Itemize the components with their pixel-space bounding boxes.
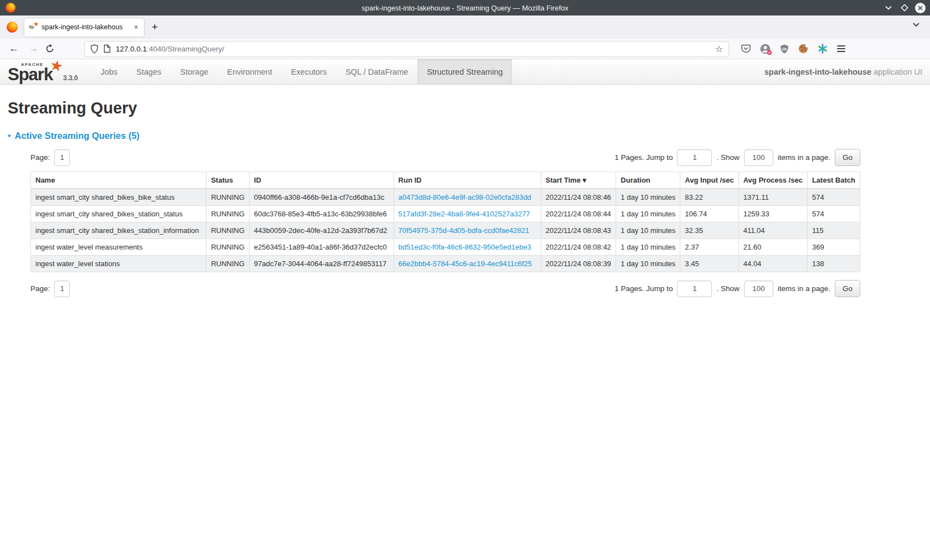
- table-row: ingest smart_city shared_bikes_station_i…: [31, 222, 860, 239]
- browser-toolbar: ← → 127.0.0.1:4040/StreamingQuery/ ☆ Uo: [0, 39, 930, 59]
- column-header-id[interactable]: ID: [249, 172, 394, 189]
- cookie-extension-icon[interactable]: [798, 44, 808, 54]
- cell-start-time: 2022/11/24 08:08:44: [541, 206, 616, 222]
- show-text: . Show: [716, 284, 739, 293]
- application-name: spark-ingest-into-lakehouse: [764, 68, 871, 76]
- back-icon[interactable]: ←: [6, 43, 22, 54]
- tab-close-icon[interactable]: ×: [133, 23, 140, 32]
- cell-avg-process: 411.04: [738, 222, 807, 239]
- column-header-start-time[interactable]: Start Time ▾: [541, 172, 616, 189]
- run-id-link[interactable]: a0473d8d-80e6-4e9f-ac98-02e0cfa283dd: [399, 193, 531, 201]
- list-tabs-chevron-icon[interactable]: [912, 22, 920, 27]
- items-per-page-input[interactable]: [744, 281, 773, 297]
- items-per-page-input[interactable]: [744, 149, 773, 166]
- cell-duration: 1 day 10 minutes: [616, 239, 680, 256]
- maximize-icon[interactable]: [899, 3, 910, 13]
- page-number-input[interactable]: [54, 281, 70, 297]
- spark-nav-stages[interactable]: Stages: [127, 59, 170, 84]
- go-button[interactable]: Go: [835, 280, 860, 297]
- active-queries-section: Page: 1 Pages. Jump to . Show items in a…: [30, 149, 860, 297]
- reload-icon[interactable]: [45, 44, 62, 53]
- jump-to-input[interactable]: [677, 281, 712, 297]
- run-id-link[interactable]: 70f54975-375d-4d05-bdfa-ccd0fae42821: [399, 226, 529, 235]
- column-header-status[interactable]: Status: [206, 172, 250, 189]
- cell-latest-batch: 115: [807, 222, 860, 239]
- ublock-shield-icon[interactable]: Uo: [780, 44, 789, 54]
- cell-run-id: a0473d8d-80e6-4e9f-ac98-02e0cfa283dd: [394, 189, 541, 206]
- forward-icon[interactable]: →: [25, 43, 42, 54]
- go-button[interactable]: Go: [835, 149, 860, 166]
- browser-tab[interactable]: Sp★ spark-ingest-into-lakehous ×: [24, 18, 144, 37]
- url-host: 127.0.0.1: [116, 45, 147, 53]
- active-queries-toggle[interactable]: ▾ Active Streaming Queries (5): [8, 131, 930, 141]
- column-header-name[interactable]: Name: [31, 172, 206, 189]
- column-header-latest-batch[interactable]: Latest Batch: [807, 172, 860, 189]
- cell-avg-process: 1259.33: [738, 206, 807, 222]
- jump-to-input[interactable]: [677, 149, 712, 166]
- spark-nav-structured-streaming[interactable]: Structured Streaming: [417, 59, 512, 84]
- cell-avg-process: 44.04: [738, 256, 807, 272]
- svg-text:Uo: Uo: [782, 46, 787, 50]
- spark-nav-sql-dataframe[interactable]: SQL / DataFrame: [336, 59, 417, 84]
- pocket-icon[interactable]: [741, 44, 751, 53]
- url-text[interactable]: 127.0.0.1:4040/StreamingQuery/: [116, 45, 710, 53]
- bookmark-star-icon[interactable]: ☆: [715, 44, 723, 54]
- cell-id: 97adc7e7-3044-4064-aa28-ff7249853117: [249, 256, 394, 272]
- cell-avg-input: 2.37: [680, 239, 738, 256]
- spark-nav-jobs[interactable]: Jobs: [91, 59, 127, 84]
- column-header-duration[interactable]: Duration: [616, 172, 680, 189]
- run-id-link[interactable]: bd51ed3c-f0fa-46c6-8632-950e5ed1ebe3: [399, 243, 531, 251]
- column-header-avg-input[interactable]: Avg Input /sec: [680, 172, 738, 189]
- page-info-icon[interactable]: [104, 44, 111, 53]
- shield-permissions-icon[interactable]: [90, 44, 99, 54]
- cell-name: ingest smart_city shared_bikes_station_i…: [31, 222, 206, 239]
- url-bar[interactable]: 127.0.0.1:4040/StreamingQuery/ ☆: [84, 41, 729, 57]
- cell-latest-batch: 574: [807, 189, 860, 206]
- items-text: items in a page.: [778, 284, 830, 293]
- cell-avg-process: 1371.11: [738, 189, 807, 206]
- pagination-bottom: Page: 1 Pages. Jump to . Show items in a…: [30, 280, 860, 297]
- cell-status: RUNNING: [206, 239, 250, 256]
- run-id-link[interactable]: 66e2bbb4-5784-45c6-ac19-4ec9411c6f25: [399, 260, 532, 268]
- spark-nav-executors[interactable]: Executors: [282, 59, 336, 84]
- pagination-top: Page: 1 Pages. Jump to . Show items in a…: [30, 149, 860, 166]
- cell-id: 60dc3768-85e3-4fb5-a13c-63b29938bfe6: [249, 206, 394, 222]
- cell-latest-batch: 574: [807, 206, 860, 222]
- application-ui-label: spark-ingest-into-lakehouse application …: [764, 59, 922, 85]
- cell-id: 443b0059-2dec-40fe-a12d-2a393f7b67d2: [249, 222, 394, 239]
- table-row: ingest smart_city shared_bikes_bike_stat…: [31, 189, 860, 206]
- window-titlebar: spark-ingest-into-lakehouse - Streaming …: [0, 0, 930, 15]
- tab-title: spark-ingest-into-lakehous: [42, 23, 129, 31]
- table-row: ingest water_level measurementsRUNNINGe2…: [31, 239, 860, 256]
- menu-icon[interactable]: [837, 45, 845, 52]
- page-number-input[interactable]: [54, 149, 70, 166]
- cell-id: 0940ff66-a308-466b-9e1a-cf7cd6dba13c: [249, 189, 394, 206]
- application-ui-suffix: application UI: [871, 68, 922, 76]
- column-header-avg-process[interactable]: Avg Process /sec: [738, 172, 807, 189]
- spark-nav-environment[interactable]: Environment: [218, 59, 281, 84]
- asterisk-extension-icon[interactable]: [818, 44, 828, 54]
- spark-nav-storage[interactable]: Storage: [171, 59, 218, 84]
- cell-duration: 1 day 10 minutes: [616, 189, 680, 206]
- cell-name: ingest smart_city shared_bikes_station_s…: [31, 206, 206, 222]
- cell-run-id: bd51ed3c-f0fa-46c6-8632-950e5ed1ebe3: [394, 239, 541, 256]
- cell-avg-input: 32.35: [680, 222, 738, 239]
- page-title: Streaming Query: [8, 99, 930, 117]
- collapse-arrow-icon: ▾: [8, 132, 11, 139]
- page-label: Page:: [30, 284, 50, 293]
- cell-status: RUNNING: [206, 256, 250, 272]
- spark-logo[interactable]: APACHE Spark ★ 3.3.0: [0, 59, 86, 84]
- minimize-icon[interactable]: [883, 3, 893, 13]
- new-tab-button[interactable]: +: [152, 21, 158, 33]
- page-label: Page:: [30, 153, 50, 162]
- url-path: :4040/StreamingQuery/: [147, 45, 224, 53]
- column-header-run-id[interactable]: Run ID: [394, 172, 541, 189]
- run-id-link[interactable]: 517afd3f-28e2-4ba8-9fe4-4102527a3277: [399, 210, 530, 218]
- close-icon[interactable]: [915, 3, 926, 13]
- cell-avg-input: 83.22: [680, 189, 738, 206]
- spark-header: APACHE Spark ★ 3.3.0 JobsStagesStorageEn…: [0, 59, 930, 85]
- firefox-view-icon[interactable]: [7, 22, 18, 33]
- cell-avg-process: 21.60: [738, 239, 807, 256]
- cell-latest-batch: 369: [807, 239, 860, 256]
- extension-account-icon[interactable]: [760, 44, 771, 54]
